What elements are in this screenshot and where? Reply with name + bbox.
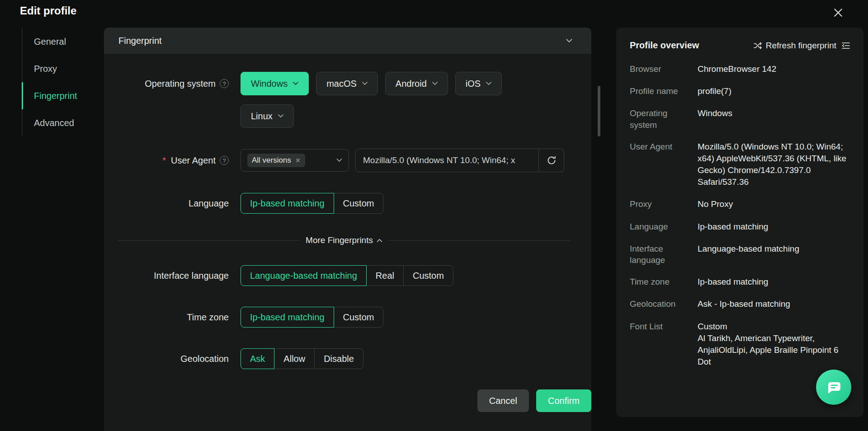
geolocation-segmented-control: Ask Allow Disable xyxy=(241,348,363,369)
required-asterisk: * xyxy=(162,155,166,166)
chevron-down-icon xyxy=(432,82,438,85)
language-row: Language Ip-based matching Custom xyxy=(116,193,575,214)
chevron-down-icon xyxy=(362,82,368,85)
language-custom-button[interactable]: Custom xyxy=(334,193,384,214)
language-label: Language xyxy=(116,193,229,214)
overview-row: Operating systemWindows xyxy=(630,108,851,130)
help-icon[interactable]: ? xyxy=(220,79,229,88)
overview-row: BrowserChromeBrowser 142 xyxy=(630,63,851,75)
time-zone-ip-based-button[interactable]: Ip-based matching xyxy=(241,307,334,328)
chat-bubble-icon xyxy=(825,378,843,396)
regenerate-user-agent-button[interactable] xyxy=(539,149,564,172)
operating-system-row: Operating system ? Windows macOS Android… xyxy=(116,72,575,128)
page-title: Edit profile xyxy=(20,5,76,17)
interface-language-row: Interface language Language-based matchi… xyxy=(116,265,575,286)
chevron-down-icon xyxy=(278,114,283,118)
geolocation-allow-button[interactable]: Allow xyxy=(274,348,315,369)
interface-language-label: Interface language xyxy=(116,265,229,286)
user-agent-input-group xyxy=(355,149,564,172)
time-zone-segmented-control: Ip-based matching Custom xyxy=(241,307,383,328)
refresh-fingerprint-button[interactable]: Refresh fingerprint xyxy=(753,41,836,51)
close-button[interactable] xyxy=(831,5,845,20)
fingerprint-section-header[interactable]: Fingerprint xyxy=(104,28,591,54)
chevron-down-icon xyxy=(336,159,342,162)
more-fingerprints-divider: More Fingerprints xyxy=(118,235,571,245)
version-tag: All versions ✕ xyxy=(247,154,305,167)
user-agent-row: * User Agent ? All versions ✕ xyxy=(116,149,575,172)
sidebar-item-label: Fingerprint xyxy=(34,91,77,101)
user-agent-controls: All versions ✕ xyxy=(241,149,564,172)
refresh-icon xyxy=(547,155,557,165)
user-agent-input[interactable] xyxy=(355,149,539,172)
collapse-panel-icon[interactable] xyxy=(841,41,851,50)
sidebar-item-advanced[interactable]: Advanced xyxy=(22,109,103,136)
os-android-button[interactable]: Android xyxy=(385,72,448,95)
sidebar-item-label: General xyxy=(34,37,66,47)
sidebar-item-label: Proxy xyxy=(34,64,57,74)
geolocation-disable-button[interactable]: Disable xyxy=(314,348,363,369)
geolocation-label: Geolocation xyxy=(116,348,229,369)
chevron-up-icon xyxy=(377,239,382,242)
shuffle-icon xyxy=(753,41,762,50)
overview-row: GeolocationAsk - Ip-based matching xyxy=(630,298,851,310)
overview-row: Interface languageLanguage-based matchin… xyxy=(630,243,851,266)
fingerprint-form: Operating system ? Windows macOS Android… xyxy=(104,54,591,369)
geolocation-ask-button[interactable]: Ask xyxy=(241,348,274,369)
overview-row: ProxyNo Proxy xyxy=(630,198,851,210)
chevron-down-icon xyxy=(486,82,491,85)
time-zone-label: Time zone xyxy=(116,307,229,328)
cancel-button[interactable]: Cancel xyxy=(477,389,529,412)
sidebar: General Proxy Fingerprint Advanced xyxy=(22,28,103,136)
os-macos-button[interactable]: macOS xyxy=(316,72,378,95)
remove-tag-icon[interactable]: ✕ xyxy=(295,157,301,164)
sidebar-item-fingerprint[interactable]: Fingerprint xyxy=(22,82,103,109)
sidebar-item-general[interactable]: General xyxy=(22,28,103,55)
geolocation-row: Geolocation Ask Allow Disable xyxy=(116,348,575,369)
close-icon xyxy=(834,9,842,17)
chevron-down-icon xyxy=(293,82,298,85)
fingerprint-form-panel: Fingerprint Operating system ? Windows m… xyxy=(104,28,591,431)
time-zone-custom-button[interactable]: Custom xyxy=(334,307,384,328)
chat-widget-button[interactable] xyxy=(816,370,851,405)
help-icon[interactable]: ? xyxy=(220,156,229,165)
section-title: Fingerprint xyxy=(118,36,162,46)
os-ios-button[interactable]: iOS xyxy=(455,72,502,95)
time-zone-row: Time zone Ip-based matching Custom xyxy=(116,307,575,328)
interface-language-matching-button[interactable]: Language-based matching xyxy=(241,265,367,286)
os-windows-button[interactable]: Windows xyxy=(241,72,309,95)
scrollbar-thumb[interactable] xyxy=(598,86,600,136)
overview-title: Profile overview xyxy=(630,40,699,51)
profile-overview-panel: Profile overview Refresh fingerprint Bro… xyxy=(616,28,863,417)
interface-language-custom-button[interactable]: Custom xyxy=(403,265,453,286)
language-segmented-control: Ip-based matching Custom xyxy=(241,193,383,214)
overview-row: User AgentMozilla/5.0 (Windows NT 10.0; … xyxy=(630,141,851,188)
overview-actions: Refresh fingerprint xyxy=(753,41,851,51)
sidebar-item-proxy[interactable]: Proxy xyxy=(22,55,103,82)
more-fingerprints-toggle[interactable]: More Fingerprints xyxy=(306,235,382,245)
interface-language-real-button[interactable]: Real xyxy=(366,265,404,286)
os-options: Windows macOS Android iOS Linux xyxy=(241,72,539,128)
sidebar-item-label: Advanced xyxy=(34,118,74,128)
overview-row: LanguageIp-based matching xyxy=(630,221,851,233)
overview-header: Profile overview Refresh fingerprint xyxy=(630,40,851,51)
ua-version-select[interactable]: All versions ✕ xyxy=(241,149,349,172)
dialog-footer: Cancel Confirm xyxy=(477,389,591,412)
interface-language-segmented-control: Language-based matching Real Custom xyxy=(241,265,453,286)
user-agent-label: * User Agent ? xyxy=(116,149,229,172)
os-linux-button[interactable]: Linux xyxy=(241,104,294,128)
operating-system-label: Operating system ? xyxy=(116,72,229,95)
overview-row: Time zoneIp-based matching xyxy=(630,276,851,288)
overview-row: Font ListCustom Al Tarikh, American Type… xyxy=(630,321,851,368)
chevron-down-icon xyxy=(566,39,572,43)
confirm-button[interactable]: Confirm xyxy=(536,389,591,412)
language-ip-based-button[interactable]: Ip-based matching xyxy=(241,193,334,214)
overview-row: Profile nameprofile(7) xyxy=(630,85,851,97)
